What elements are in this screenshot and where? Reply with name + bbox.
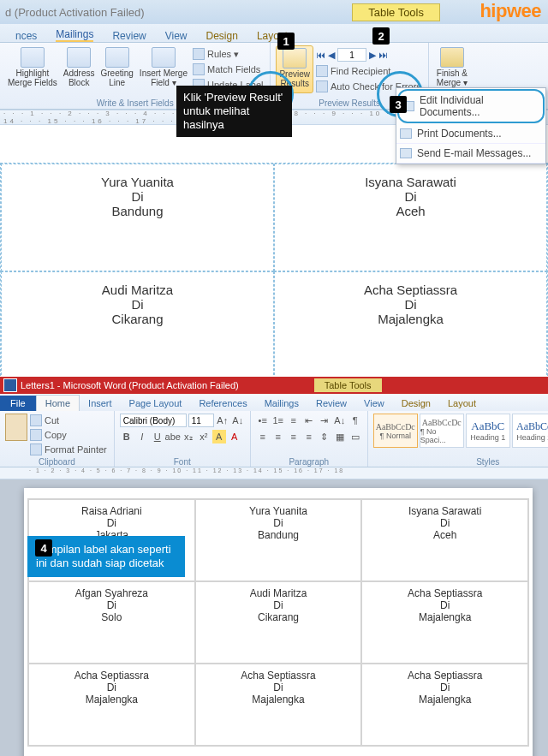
- justify-button[interactable]: ≡: [302, 430, 316, 443]
- tab-pagelayout[interactable]: Page Layout: [121, 396, 191, 411]
- bullets-button[interactable]: •≡: [256, 414, 270, 427]
- italic-button[interactable]: I: [135, 430, 149, 443]
- sort-button[interactable]: A↓: [333, 414, 347, 427]
- label-name: Isyana Sarawati: [365, 175, 456, 189]
- label-name: Yura Yuanita: [249, 505, 307, 517]
- tab-design-2[interactable]: Design: [393, 396, 439, 411]
- window-title-2: Letters1 - Microsoft Word (Product Activ…: [21, 380, 239, 390]
- last-record-icon[interactable]: ⏭: [378, 50, 388, 60]
- label-name: Acha Septiassra: [74, 670, 149, 682]
- show-marks-button[interactable]: ¶: [348, 414, 362, 427]
- title-suffix: (Product Activation Failed): [15, 6, 145, 19]
- check-icon: [316, 80, 328, 92]
- paste-icon[interactable]: [5, 414, 27, 441]
- menu-print-documents[interactable]: Print Documents...: [396, 124, 545, 144]
- style-heading1[interactable]: AaBbCHeading 1: [466, 414, 510, 448]
- document-page[interactable]: Raisa AdrianiDiJakarta Yura YuanitaDiBan…: [24, 488, 533, 756]
- find-recipient-button[interactable]: Find Recipient: [314, 64, 423, 78]
- tab-insert[interactable]: Insert: [80, 396, 121, 411]
- label-name: Isyana Sarawati: [408, 505, 481, 517]
- superscript-button[interactable]: x²: [197, 430, 211, 443]
- menu-edit-individual-docs[interactable]: Edit Individual Documents...: [397, 89, 545, 123]
- cut-button[interactable]: Cut: [28, 414, 109, 427]
- tab-view[interactable]: View: [165, 30, 188, 42]
- subscript-button[interactable]: x₂: [182, 430, 195, 443]
- word-app-icon: [3, 378, 17, 392]
- tab-references[interactable]: References: [190, 396, 255, 411]
- insert-merge-field-button[interactable]: Insert Merge Field ▾: [137, 45, 190, 92]
- tab-mailings-2[interactable]: Mailings: [256, 396, 307, 411]
- bold-button[interactable]: B: [120, 430, 134, 443]
- next-record-icon[interactable]: ▶: [369, 50, 376, 61]
- address-icon: [67, 47, 91, 68]
- label-city: Cikarang: [258, 611, 299, 623]
- numbering-button[interactable]: 1≡: [271, 414, 285, 427]
- style-nospacing[interactable]: AaBbCcDc¶ No Spaci...: [420, 414, 464, 448]
- align-left-button[interactable]: ≡: [256, 430, 270, 443]
- first-record-icon[interactable]: ⏮: [316, 50, 325, 60]
- align-right-button[interactable]: ≡: [287, 430, 301, 443]
- tab-layout-2[interactable]: Layout: [439, 396, 485, 411]
- ribbon-tabs-2: File Home Insert Page Layout References …: [0, 394, 548, 411]
- borders-button[interactable]: ▭: [348, 430, 362, 443]
- record-number-input[interactable]: [337, 48, 366, 62]
- rules-button[interactable]: Rules ▾: [191, 47, 265, 61]
- highlight-color-button[interactable]: A: [212, 430, 226, 443]
- match-icon: [193, 63, 205, 75]
- prev-record-icon[interactable]: ◀: [328, 50, 335, 61]
- label-name: Acha Septiassra: [408, 587, 482, 599]
- label-di: Di: [131, 189, 143, 204]
- indent-inc-button[interactable]: ⇥: [318, 414, 331, 427]
- match-fields-button[interactable]: Match Fields: [191, 63, 265, 76]
- label-name: Yura Yuanita: [101, 175, 174, 189]
- label-di: Di: [131, 297, 143, 312]
- tab-references-clip[interactable]: nces: [15, 30, 37, 42]
- label-di: Di: [107, 517, 116, 529]
- label-di: Di: [440, 599, 450, 611]
- address-block-button[interactable]: Address Block: [61, 45, 98, 92]
- label-city: Aceh: [433, 529, 456, 541]
- tabletools-contextual-tab[interactable]: Table Tools: [352, 3, 440, 21]
- highlight-merge-fields-button[interactable]: Highlight Merge Fields: [5, 45, 60, 92]
- label-city: Bandung: [258, 529, 299, 541]
- record-nav[interactable]: ⏮ ◀ ▶ ⏭: [314, 47, 423, 63]
- scissors-icon: [30, 414, 42, 426]
- group-paragraph-label: Paragraph: [256, 456, 362, 467]
- strike-button[interactable]: abe: [166, 430, 180, 443]
- grow-font-button[interactable]: A↑: [216, 414, 229, 427]
- group-styles-label: Styles: [373, 456, 548, 467]
- align-center-button[interactable]: ≡: [271, 430, 285, 443]
- style-normal[interactable]: AaBbCcDc¶ Normal: [373, 414, 418, 448]
- label-name: Acha Septiassra: [241, 670, 315, 682]
- horizontal-ruler-2[interactable]: · 1 · 2 · 3 · 4 · 5 · 6 · 7 · 8 · 9 · 10…: [0, 467, 548, 479]
- line-spacing-button[interactable]: ⇕: [318, 430, 331, 443]
- font-color-button[interactable]: A: [228, 430, 241, 443]
- annotation-badge-3: 3: [390, 96, 407, 113]
- font-size-select[interactable]: [188, 414, 214, 427]
- shrink-font-button[interactable]: A↓: [231, 414, 245, 427]
- finish-merge-button[interactable]: Finish & Merge ▾: [434, 45, 470, 89]
- tab-mailings[interactable]: Mailings: [56, 28, 93, 42]
- shading-button[interactable]: ▦: [333, 430, 347, 443]
- tab-design[interactable]: Design: [206, 30, 238, 42]
- font-name-select[interactable]: [120, 414, 187, 427]
- multilevel-button[interactable]: ≡: [287, 414, 301, 427]
- underline-button[interactable]: U: [151, 430, 164, 443]
- insert-merge-icon: [152, 47, 176, 68]
- tab-review[interactable]: Review: [112, 30, 146, 42]
- tab-review-2[interactable]: Review: [307, 396, 355, 411]
- greeting-line-button[interactable]: Greeting Line: [98, 45, 136, 92]
- label-name: Audi Maritza: [250, 587, 307, 599]
- format-painter-button[interactable]: Format Painter: [28, 443, 109, 456]
- style-heading2[interactable]: AaBbCcHeading 2: [512, 414, 548, 448]
- indent-dec-button[interactable]: ⇤: [302, 414, 316, 427]
- menu-send-email[interactable]: Send E-mail Messages...: [396, 144, 545, 164]
- label-di: Di: [440, 682, 450, 693]
- copy-button[interactable]: Copy: [28, 428, 109, 442]
- ribbon-home: Cut Copy Format Painter Clipboard A↑ A↓ …: [0, 411, 548, 467]
- tabletools-contextual-tab-2[interactable]: Table Tools: [314, 378, 382, 392]
- tab-file[interactable]: File: [0, 396, 36, 411]
- rules-icon: [193, 48, 205, 60]
- tab-home[interactable]: Home: [36, 395, 80, 411]
- tab-view-2[interactable]: View: [355, 396, 393, 411]
